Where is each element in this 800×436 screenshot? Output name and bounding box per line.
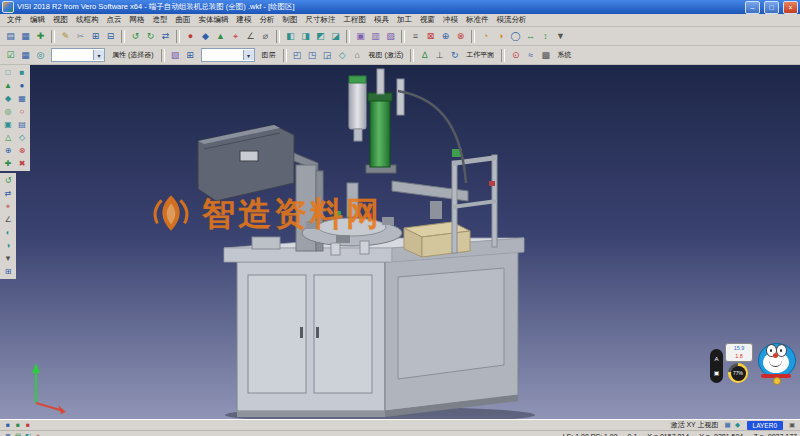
- widget-pill[interactable]: A ▣: [710, 349, 723, 383]
- toolbar-icon[interactable]: ✂: [73, 29, 88, 44]
- menu-item[interactable]: 实体编辑: [195, 15, 233, 25]
- toolbar-icon[interactable]: ◧: [23, 432, 33, 436]
- toolbar-icon[interactable]: ⊞: [183, 48, 198, 63]
- toolbar-icon[interactable]: ▥: [368, 29, 383, 44]
- toolbar-icon[interactable]: ≈: [523, 48, 538, 63]
- 3d-viewport-scene[interactable]: [0, 65, 800, 419]
- toolbar-icon[interactable]: ■: [23, 421, 33, 430]
- menu-item[interactable]: 视窗: [416, 15, 439, 25]
- toolbar-icon[interactable]: ▼: [553, 29, 568, 44]
- toolbar-icon[interactable]: ▲: [1, 79, 15, 92]
- toolbar-icon[interactable]: ⊕: [438, 29, 453, 44]
- menu-item[interactable]: 线框构: [72, 15, 103, 25]
- toolbar-icon[interactable]: ○: [15, 105, 29, 118]
- toolbar-icon[interactable]: ▤: [13, 432, 23, 436]
- menu-item[interactable]: 模具: [370, 15, 393, 25]
- menu-item[interactable]: 文件: [3, 15, 26, 25]
- maximize-button[interactable]: □: [764, 1, 779, 14]
- toolbar-icon[interactable]: ◇: [335, 48, 350, 63]
- toolbar-icon[interactable]: ▲: [213, 29, 228, 44]
- toolbar-icon[interactable]: ◎: [1, 105, 15, 118]
- menu-item[interactable]: 加工: [393, 15, 416, 25]
- chevron-down-icon[interactable]: ▾: [93, 50, 104, 60]
- toolbar-icon[interactable]: ▦: [18, 29, 33, 44]
- toolbar-icon[interactable]: ◐: [1, 226, 15, 239]
- assistant-icon[interactable]: A: [714, 356, 718, 362]
- toolbar-icon[interactable]: ⊗: [15, 144, 29, 157]
- menu-item[interactable]: 网格: [126, 15, 149, 25]
- toolbar-icon[interactable]: ⌂: [350, 48, 365, 63]
- toolbar-icon[interactable]: ✚: [33, 29, 48, 44]
- active-layer-chip[interactable]: LAYER0: [747, 421, 783, 430]
- toolbar-icon[interactable]: ⌖: [1, 200, 15, 213]
- toolbar-icon[interactable]: ◩: [313, 29, 328, 44]
- toolbar-icon[interactable]: ↔: [523, 29, 538, 44]
- 3d-viewport[interactable]: □■▲●◆▦◎○▣▤△◇⊕⊗✚✖ ↺⇄⌖∠◐◑▼⊞ 智造资料网 A ▣: [0, 65, 800, 419]
- toolbar-icon[interactable]: ▦: [15, 92, 29, 105]
- menu-item[interactable]: 制图: [279, 15, 302, 25]
- toolbar-icon[interactable]: ⊟: [103, 29, 118, 44]
- battery-gauge[interactable]: 77%: [728, 363, 748, 383]
- toolbar-icon[interactable]: ◆: [733, 421, 743, 430]
- toolbar-icon[interactable]: ✖: [15, 157, 29, 170]
- toolbar-icon[interactable]: ◲: [320, 48, 335, 63]
- menu-item[interactable]: 点云: [103, 15, 126, 25]
- toolbar-icon[interactable]: ▩: [538, 48, 553, 63]
- toolbar-icon[interactable]: ≡: [408, 29, 423, 44]
- menu-item[interactable]: 视图: [49, 15, 72, 25]
- toolbar-icon[interactable]: ◇: [15, 131, 29, 144]
- toolbar-icon[interactable]: ◰: [290, 48, 305, 63]
- toolbar-icon[interactable]: ●: [15, 79, 29, 92]
- menu-item[interactable]: 模流分析: [493, 15, 531, 25]
- menu-item[interactable]: 分析: [256, 15, 279, 25]
- toolbar-icon[interactable]: ◆: [1, 92, 15, 105]
- toolbar-icon[interactable]: ◑: [1, 239, 15, 252]
- menu-item[interactable]: 建模: [233, 15, 256, 25]
- toolbar-icon[interactable]: ■: [13, 421, 23, 430]
- attribute-filter-combo[interactable]: ▾: [51, 48, 105, 62]
- toolbar-icon[interactable]: ◯: [508, 29, 523, 44]
- toolbar-icon[interactable]: ✚: [1, 157, 15, 170]
- toolbar-icon[interactable]: ↻: [143, 29, 158, 44]
- menu-item[interactable]: 造型: [149, 15, 172, 25]
- toolbar-icon[interactable]: ⊕: [1, 144, 15, 157]
- toolbar-icon[interactable]: ▦: [723, 421, 733, 430]
- menu-item[interactable]: 曲面: [172, 15, 195, 25]
- menu-item[interactable]: 编辑: [26, 15, 49, 25]
- menu-item[interactable]: 标准件: [462, 15, 493, 25]
- toolbar-icon[interactable]: ▤: [15, 118, 29, 131]
- toolbar-icon[interactable]: □: [1, 66, 15, 79]
- toolbar-icon[interactable]: ⊞: [1, 265, 15, 278]
- toolbar-icon[interactable]: ▣: [787, 421, 797, 430]
- toolbar-icon[interactable]: ▦: [18, 48, 33, 63]
- toolbar-icon[interactable]: △: [1, 131, 15, 144]
- chevron-down-icon[interactable]: ▾: [243, 50, 254, 60]
- toolbar-icon[interactable]: ⇄: [158, 29, 173, 44]
- active-view-label[interactable]: 激活 XY 上视图: [670, 420, 718, 430]
- toolbar-icon[interactable]: ⌖: [33, 432, 43, 436]
- layer-combo[interactable]: ▾: [201, 48, 255, 62]
- toolbar-icon[interactable]: ↺: [1, 174, 15, 187]
- menu-item[interactable]: 尺寸标注: [302, 15, 340, 25]
- toolbar-icon[interactable]: ■: [15, 66, 29, 79]
- toolbar-icon[interactable]: ↻: [447, 48, 462, 63]
- toolbar-icon[interactable]: ⊙: [508, 48, 523, 63]
- toolbar-icon[interactable]: ▣: [353, 29, 368, 44]
- machine-cabinet[interactable]: [237, 252, 518, 417]
- menu-item[interactable]: 工程图: [340, 15, 371, 25]
- minimize-button[interactable]: –: [745, 1, 760, 14]
- toolbar-icon[interactable]: ⇄: [1, 187, 15, 200]
- overlay-widget[interactable]: A ▣ 15.9 1.8 77%: [710, 343, 796, 391]
- toolbar-icon[interactable]: ⊠: [423, 29, 438, 44]
- toolbar-icon[interactable]: ◆: [198, 29, 213, 44]
- toolbar-icon[interactable]: ◨: [298, 29, 313, 44]
- toolbar-icon[interactable]: ↺: [128, 29, 143, 44]
- toolbar-icon[interactable]: ▼: [1, 252, 15, 265]
- toolbar-icon[interactable]: ⌀: [258, 29, 273, 44]
- toolbar-icon[interactable]: ◔: [478, 29, 493, 44]
- toolbar-icon[interactable]: ☑: [3, 48, 18, 63]
- toolbar-icon[interactable]: ⌖: [228, 29, 243, 44]
- toolbar-icon[interactable]: ▤: [3, 29, 18, 44]
- toolbar-icon[interactable]: ↕: [538, 29, 553, 44]
- toolbar-icon[interactable]: ∆: [417, 48, 432, 63]
